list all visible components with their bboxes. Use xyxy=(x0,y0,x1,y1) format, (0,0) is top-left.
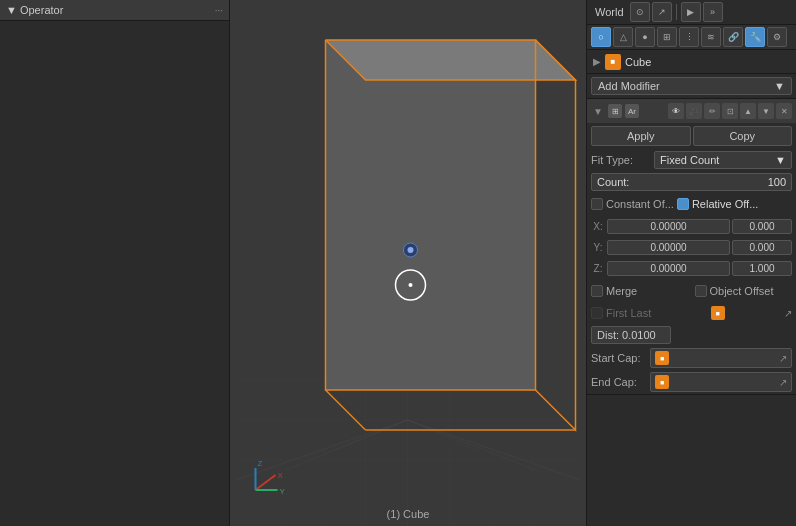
properties-object-icon[interactable]: ○ xyxy=(591,27,611,47)
constant-offset-label: Constant Of... xyxy=(606,198,674,210)
modifier-copy-icon: ⊞ xyxy=(608,104,622,118)
first-last-object-icon: ■ xyxy=(711,306,725,320)
z-axis-label: Z: xyxy=(591,263,605,274)
first-last-label: First Last xyxy=(606,307,651,319)
modifier-up-icon[interactable]: ▲ xyxy=(740,103,756,119)
modifier-cage-icon[interactable]: ⊡ xyxy=(722,103,738,119)
apply-button[interactable]: Apply xyxy=(591,126,691,146)
properties-physics-icon[interactable]: ≋ xyxy=(701,27,721,47)
right-panel: World ⊙ ↗ ▶ » ○ △ ● ⊞ ⋮ ≋ 🔗 🔧 ⚙ ▶ ■ Cube… xyxy=(586,0,796,526)
xyz-section: X: 0.00000 0.000 Y: 0.00000 0.000 xyxy=(587,215,796,280)
dist-input[interactable]: Dist: 0.0100 xyxy=(591,326,671,344)
end-cap-icon: ■ xyxy=(655,375,669,389)
count-label: Count: xyxy=(597,176,629,188)
copy-button[interactable]: Copy xyxy=(693,126,793,146)
start-cap-icon: ■ xyxy=(655,351,669,365)
merge-label: Merge xyxy=(606,285,637,297)
x-right-input[interactable]: 0.000 xyxy=(732,219,792,234)
dist-row: Dist: 0.0100 xyxy=(587,324,796,346)
modifier-down-icon[interactable]: ▼ xyxy=(758,103,774,119)
x-input-row: X: 0.00000 0.000 xyxy=(591,216,792,236)
count-input[interactable]: Count: 100 xyxy=(591,173,792,191)
object-offset-half: Object Offset xyxy=(695,285,793,297)
divider-1 xyxy=(676,4,677,20)
z-left-input[interactable]: 0.00000 xyxy=(607,261,730,276)
operator-title: ▼ Operator xyxy=(6,4,63,16)
object-offset-label: Object Offset xyxy=(710,285,774,297)
properties-texture-icon[interactable]: ⊞ xyxy=(657,27,677,47)
svg-point-34 xyxy=(408,247,414,253)
y-right-value: 0.000 xyxy=(749,242,774,253)
object-type-icon: ■ xyxy=(605,54,621,70)
constant-offset-checkbox[interactable] xyxy=(591,198,603,210)
apply-copy-row: Apply Copy xyxy=(587,123,796,149)
fit-type-row: Fit Type: Fixed Count ▼ xyxy=(587,149,796,171)
modifier-header: ▼ ⊞ Ar 👁 🎥 ✏ ⊡ ▲ ▼ ✕ xyxy=(587,99,796,123)
add-modifier-dropdown[interactable]: Add Modifier ▼ xyxy=(591,77,792,95)
modifier-realtime-icon[interactable]: 👁 xyxy=(668,103,684,119)
object-name-label: Cube xyxy=(625,56,651,68)
properties-modifier-icon[interactable]: 🔧 xyxy=(745,27,765,47)
x-left-input[interactable]: 0.00000 xyxy=(607,219,730,234)
x-left-value: 0.00000 xyxy=(650,221,686,232)
first-last-row: First Last ■ ↗ xyxy=(587,302,796,324)
first-last-checkbox[interactable] xyxy=(591,307,603,319)
arrow-right-icon[interactable]: ▶ xyxy=(681,2,701,22)
z-right-input[interactable]: 1.000 xyxy=(732,261,792,276)
svg-marker-28 xyxy=(326,40,576,80)
end-cap-input[interactable]: ■ ↗ xyxy=(650,372,792,392)
svg-marker-27 xyxy=(536,40,576,430)
object-name-row: ▶ ■ Cube xyxy=(587,50,796,74)
properties-material-icon[interactable]: ● xyxy=(635,27,655,47)
modifier-render-icon[interactable]: 🎥 xyxy=(686,103,702,119)
z-left-value: 0.00000 xyxy=(650,263,686,274)
properties-particles-icon[interactable]: ⋮ xyxy=(679,27,699,47)
modifier-collapse-icon[interactable]: ▼ xyxy=(591,104,605,118)
y-right-input[interactable]: 0.000 xyxy=(732,240,792,255)
end-cap-row: End Cap: ■ ↗ xyxy=(587,370,796,394)
svg-marker-26 xyxy=(326,40,536,390)
merge-half: Merge xyxy=(591,285,689,297)
z-right-value: 1.000 xyxy=(749,263,774,274)
svg-text:X: X xyxy=(278,471,284,480)
fit-type-value: Fixed Count xyxy=(660,154,719,166)
y-left-input[interactable]: 0.00000 xyxy=(607,240,730,255)
end-cap-arrow-icon: ↗ xyxy=(779,377,787,388)
properties-mesh-icon[interactable]: △ xyxy=(613,27,633,47)
start-cap-input[interactable]: ■ ↗ xyxy=(650,348,792,368)
offset-checkboxes-row: Constant Of... ✓ Relative Off... xyxy=(587,193,796,215)
y-axis-label: Y: xyxy=(591,242,605,253)
world-label: World xyxy=(591,5,628,19)
x-right-value: 0.000 xyxy=(749,221,774,232)
modifier-edit-icon[interactable]: ✏ xyxy=(704,103,720,119)
count-row: Count: 100 xyxy=(587,171,796,193)
modifier-delete-icon[interactable]: ✕ xyxy=(776,103,792,119)
operator-label: ▼ Operator xyxy=(6,4,63,16)
add-modifier-row[interactable]: Add Modifier ▼ xyxy=(587,74,796,99)
view-icon[interactable]: ⊙ xyxy=(630,2,650,22)
start-cap-label: Start Cap: xyxy=(591,352,646,364)
arrow-double-icon[interactable]: » xyxy=(703,2,723,22)
start-cap-row: Start Cap: ■ ↗ xyxy=(587,346,796,370)
y-input-row: Y: 0.00000 0.000 xyxy=(591,237,792,257)
svg-text:Z: Z xyxy=(258,459,263,468)
fit-type-arrow-icon: ▼ xyxy=(775,154,786,166)
modifier-header-icons: 👁 🎥 ✏ ⊡ ▲ ▼ ✕ xyxy=(668,103,792,119)
svg-point-32 xyxy=(409,283,413,287)
cursor-icon[interactable]: ↗ xyxy=(652,2,672,22)
viewport-grid: X Y Z xyxy=(230,0,586,526)
count-value: 100 xyxy=(768,176,786,188)
svg-text:Y: Y xyxy=(280,487,286,496)
fit-type-dropdown[interactable]: Fixed Count ▼ xyxy=(654,151,792,169)
viewport[interactable]: X Y Z (1) Cube xyxy=(230,0,586,526)
relative-offset-checkbox[interactable]: ✓ xyxy=(677,198,689,210)
z-input-row: Z: 0.00000 1.000 xyxy=(591,258,792,278)
breadcrumb-arrow: ▶ xyxy=(593,56,601,67)
modifier-block: ▼ ⊞ Ar 👁 🎥 ✏ ⊡ ▲ ▼ ✕ Apply Copy Fit Type… xyxy=(587,99,796,395)
merge-checkbox[interactable] xyxy=(591,285,603,297)
properties-constraints-icon[interactable]: 🔗 xyxy=(723,27,743,47)
properties-data-icon[interactable]: ⚙ xyxy=(767,27,787,47)
object-offset-checkbox[interactable] xyxy=(695,285,707,297)
operator-header: ▼ Operator ··· xyxy=(0,0,229,21)
icon-toolbar: ○ △ ● ⊞ ⋮ ≋ 🔗 🔧 ⚙ xyxy=(587,25,796,50)
